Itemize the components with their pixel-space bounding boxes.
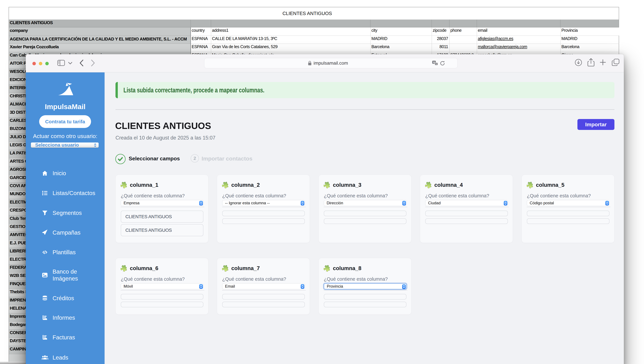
svg-text:文: 文 — [436, 63, 437, 65]
svg-text:A: A — [433, 61, 435, 64]
